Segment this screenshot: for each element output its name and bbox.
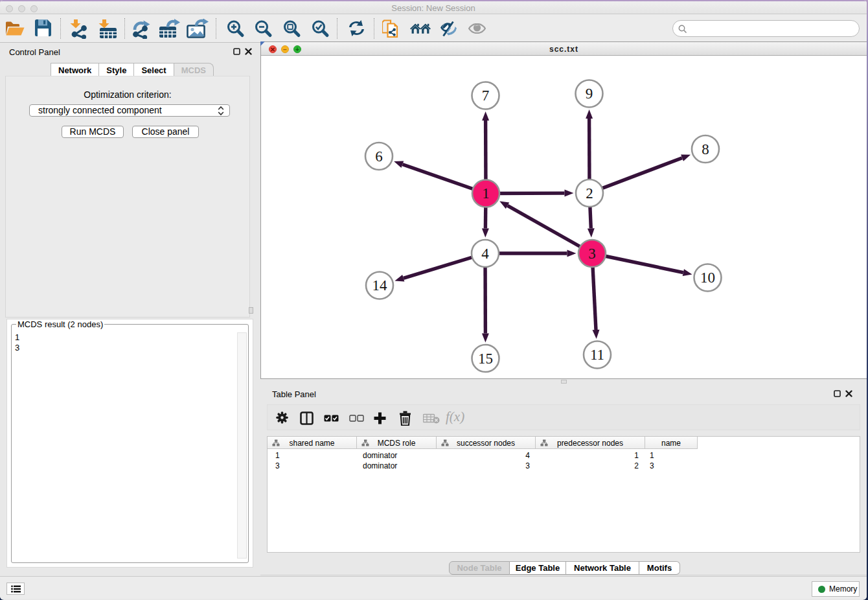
- svg-text:9: 9: [586, 86, 593, 102]
- svg-text:4: 4: [481, 246, 489, 262]
- svg-text:14: 14: [372, 277, 388, 294]
- svg-text:3: 3: [588, 246, 596, 262]
- svg-text:1: 1: [482, 185, 490, 202]
- svg-text:6: 6: [375, 148, 383, 165]
- svg-text:11: 11: [590, 347, 604, 363]
- svg-text:8: 8: [702, 141, 709, 157]
- svg-text:7: 7: [482, 87, 490, 104]
- svg-text:15: 15: [478, 351, 493, 367]
- svg-text:2: 2: [586, 185, 593, 202]
- svg-text:10: 10: [700, 270, 715, 286]
